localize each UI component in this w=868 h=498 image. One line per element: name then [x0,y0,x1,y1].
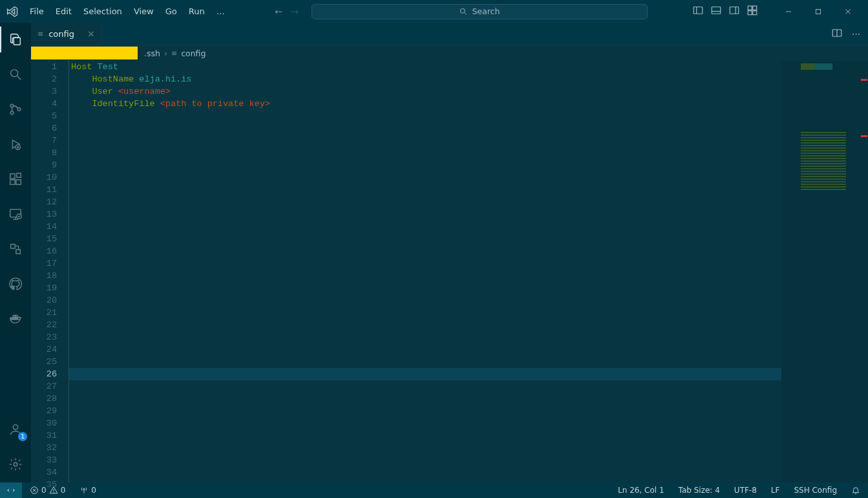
code-line[interactable] [69,159,781,171]
code-line[interactable] [69,282,781,294]
code-line[interactable] [69,405,781,417]
code-line[interactable]: Host Test [69,61,781,73]
text-editor[interactable]: 1234567891011121314151617181920212223242… [31,61,868,482]
nav-back-icon[interactable]: ← [275,6,283,17]
crumb-ssh[interactable]: .ssh [144,49,160,58]
explorer-icon[interactable] [0,29,31,50]
line-number: 35 [31,479,57,491]
accounts-icon[interactable]: 1 [0,419,31,440]
svg-rect-25 [10,180,15,184]
search-activity-icon[interactable] [0,64,31,85]
code-line[interactable] [69,270,781,282]
code-line[interactable] [69,208,781,221]
code-line[interactable] [69,294,781,307]
svg-point-47 [53,492,54,493]
toggle-secondary-sidebar-icon[interactable] [728,5,740,18]
code-line[interactable] [69,245,781,257]
svg-rect-4 [712,7,721,14]
split-editor-icon[interactable] [831,27,843,41]
svg-point-17 [11,70,18,77]
search-icon [459,7,468,16]
code-line[interactable] [69,356,781,368]
remote-indicator[interactable] [0,482,22,498]
code-line[interactable] [69,196,781,208]
code-line[interactable] [69,257,781,270]
code-line[interactable] [69,479,781,491]
code-line[interactable]: IdentityFile <path to private key> [69,98,781,110]
code-line[interactable] [69,135,781,147]
toggle-primary-sidebar-icon[interactable] [692,5,704,18]
tab-config[interactable]: ≡ config × [31,23,102,45]
line-number: 29 [31,405,57,417]
source-control-icon[interactable] [0,99,31,120]
menu-run[interactable]: Run [184,4,210,19]
crumb-file[interactable]: config [181,49,206,58]
line-number: 27 [31,380,57,393]
tab-bar: ≡ config × ⋯ [31,23,868,45]
code-line[interactable] [69,466,781,479]
code-line[interactable]: User <username> [69,85,781,98]
menu-view[interactable]: View [129,4,159,19]
svg-line-18 [17,76,21,80]
overview-ruler[interactable] [859,61,868,482]
code-area[interactable]: Host Test HostName elja.hi.is User <user… [69,61,781,482]
menu-overflow[interactable]: … [211,4,230,19]
docker-icon[interactable] [0,309,31,329]
github-icon[interactable] [0,274,31,294]
svg-rect-9 [753,6,757,10]
status-language-mode[interactable]: SSH Config [791,486,840,495]
toggle-panel-icon[interactable] [710,5,722,18]
code-line[interactable] [69,233,781,245]
svg-rect-24 [10,174,15,179]
code-line[interactable] [69,331,781,343]
containers-icon[interactable] [0,239,31,259]
svg-point-40 [14,462,17,466]
code-line[interactable]: HostName elja.hi.is [69,73,781,85]
line-number: 13 [31,208,57,221]
line-number: 15 [31,233,57,245]
breadcrumb[interactable]: .ssh › ≡ config [31,45,868,61]
minimap[interactable] [781,61,859,482]
accounts-badge: 1 [18,432,27,441]
chevron-right-icon: › [164,49,167,58]
window-maximize-button[interactable] [803,0,833,23]
tab-close-icon[interactable]: × [87,28,95,39]
code-line[interactable] [69,343,781,356]
code-line[interactable] [69,393,781,405]
svg-rect-13 [816,9,821,14]
menu-edit[interactable]: Edit [50,4,77,19]
command-center-search[interactable]: Search [312,4,648,19]
code-line[interactable] [69,171,781,184]
code-line[interactable] [69,417,781,429]
code-line[interactable] [69,380,781,393]
window-close-button[interactable] [833,0,863,23]
line-number: 28 [31,393,57,405]
run-debug-icon[interactable] [0,134,31,155]
customize-layout-icon[interactable] [746,5,758,18]
menu-selection[interactable]: Selection [78,4,127,19]
code-line[interactable] [69,184,781,196]
svg-point-19 [10,104,14,107]
code-line[interactable] [69,110,781,122]
line-number: 6 [31,122,57,135]
remote-explorer-icon[interactable] [0,204,31,224]
tab-more-icon[interactable]: ⋯ [852,29,860,39]
code-line[interactable] [69,147,781,159]
window-minimize-button[interactable] [774,0,803,23]
status-notifications-icon[interactable] [849,486,863,495]
menu-file[interactable]: File [25,4,49,19]
code-line[interactable] [69,429,781,442]
code-line[interactable] [69,122,781,135]
settings-gear-icon[interactable] [0,454,31,475]
code-line[interactable] [69,368,781,380]
extensions-icon[interactable] [0,169,31,189]
code-line[interactable] [69,221,781,233]
line-number: 8 [31,147,57,159]
nav-forward-icon[interactable]: → [290,6,299,17]
line-number: 19 [31,282,57,294]
code-line[interactable] [69,319,781,331]
menu-go[interactable]: Go [160,4,182,19]
code-line[interactable] [69,442,781,454]
code-line[interactable] [69,454,781,466]
code-line[interactable] [69,307,781,319]
